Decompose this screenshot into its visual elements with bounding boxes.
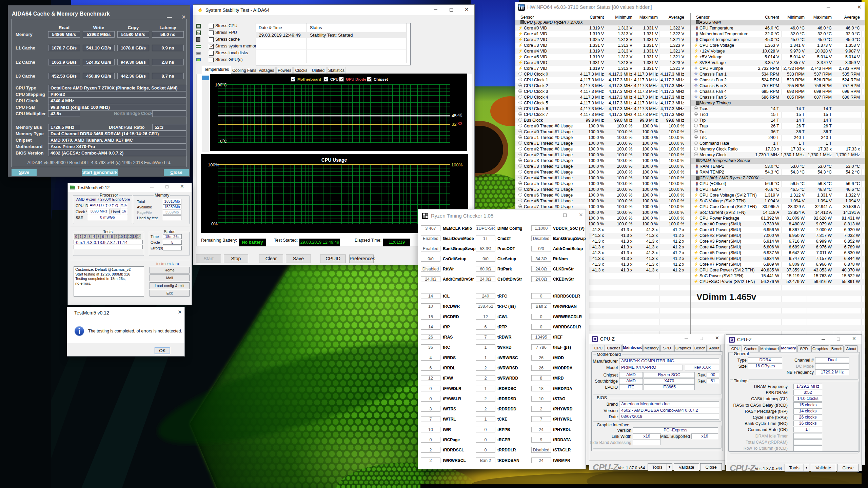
svg-text:%: % [197,32,200,35]
